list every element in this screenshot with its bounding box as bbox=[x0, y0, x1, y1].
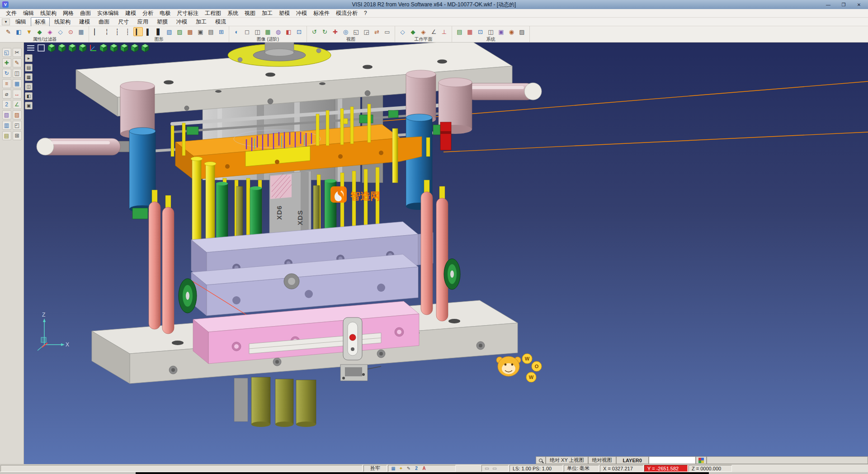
view-window-icon[interactable]: ▭ bbox=[382, 27, 392, 36]
tab-尺寸[interactable]: 尺寸 bbox=[114, 17, 133, 27]
view-axes-icon[interactable] bbox=[89, 43, 98, 52]
micro-switch-block[interactable] bbox=[340, 365, 381, 381]
menu-item-分析[interactable]: 分析 bbox=[139, 9, 156, 18]
view-bottom-icon[interactable] bbox=[120, 43, 129, 52]
system-database-icon[interactable]: ▣ bbox=[496, 27, 506, 36]
locating-ring[interactable] bbox=[228, 43, 331, 66]
color-swatch[interactable] bbox=[649, 456, 696, 464]
notes-tool-icon[interactable]: ▤ bbox=[2, 131, 11, 140]
3d-scene[interactable]: XD6 XDS bbox=[24, 43, 868, 464]
line-style-dot-icon[interactable]: ┆ bbox=[113, 27, 122, 36]
minimize-button[interactable]: — bbox=[821, 1, 835, 8]
workplane-xy-icon[interactable]: ◇ bbox=[398, 27, 407, 36]
palette-tool-icon[interactable]: ▨ bbox=[13, 110, 22, 119]
absolute-view-button[interactable]: 绝对视图 bbox=[588, 456, 616, 464]
layers-icon[interactable]: ▤ bbox=[455, 27, 464, 36]
swap-view-icon[interactable]: ⇄ bbox=[372, 27, 382, 36]
view-front-icon[interactable] bbox=[68, 43, 77, 52]
rotate-left-icon[interactable]: ↺ bbox=[310, 27, 319, 36]
shade-mode-icon[interactable]: ◐ bbox=[232, 27, 241, 36]
array-tool-icon[interactable]: ▦ bbox=[13, 79, 22, 88]
tab-dropdown-button[interactable]: ▼ bbox=[2, 19, 10, 25]
viewport[interactable]: XD6 XDS bbox=[24, 43, 868, 464]
menu-item-尺寸标注[interactable]: 尺寸标注 bbox=[174, 9, 202, 18]
absolute-xy-view-button[interactable]: 绝对 XY 上视图 bbox=[546, 456, 588, 464]
mini-views-icon[interactable]: ▦ bbox=[25, 73, 33, 81]
maximize-button[interactable]: ❐ bbox=[837, 1, 850, 8]
menu-item-视图[interactable]: 视图 bbox=[241, 9, 259, 18]
measure-diameter-icon[interactable]: ⌀ bbox=[2, 90, 11, 99]
workplane-xz-icon[interactable]: ◆ bbox=[408, 27, 418, 36]
support-pillars-bottom[interactable] bbox=[234, 377, 316, 427]
layer-selector[interactable]: LAYER0 bbox=[616, 456, 649, 464]
view-next-icon[interactable]: ◲ bbox=[362, 27, 371, 36]
tab-加工[interactable]: 加工 bbox=[192, 17, 211, 27]
chart-tool-icon[interactable]: ▥ bbox=[2, 121, 11, 130]
stamp-tool-icon[interactable]: ▧ bbox=[2, 110, 11, 119]
view-iso-icon[interactable] bbox=[47, 43, 56, 52]
filter-points-icon[interactable]: ⊙ bbox=[66, 27, 75, 36]
mini-layers-icon[interactable]: ▤ bbox=[25, 64, 33, 71]
tab-应用[interactable]: 应用 bbox=[133, 17, 152, 27]
rotate-tool-icon[interactable]: ↻ bbox=[2, 69, 11, 78]
menu-item-塑模[interactable]: 塑模 bbox=[276, 9, 293, 18]
workplane-normal-icon[interactable]: ⊥ bbox=[439, 27, 449, 36]
view-previous-icon[interactable]: ◱ bbox=[351, 27, 361, 36]
line-style-dashdot-icon[interactable]: ┊ bbox=[123, 27, 132, 36]
view-iso-3-icon[interactable] bbox=[141, 43, 150, 52]
menu-item-电极[interactable]: 电极 bbox=[156, 9, 174, 18]
line-width-2-icon[interactable]: ▌ bbox=[144, 27, 153, 36]
search-button[interactable] bbox=[536, 456, 546, 464]
menu-item-网格[interactable]: 网格 bbox=[60, 9, 77, 18]
filter-solids-icon[interactable]: ◆ bbox=[35, 27, 44, 36]
snap-lock-toggle[interactable]: 拴牢 bbox=[363, 465, 387, 472]
rotate-right-icon[interactable]: ↻ bbox=[320, 27, 330, 36]
menu-item-文件[interactable]: 文件 bbox=[3, 9, 20, 18]
layer-colors-icon[interactable] bbox=[696, 456, 707, 464]
numeric-2-icon[interactable]: 2 bbox=[2, 100, 11, 109]
system-info-icon[interactable]: ◉ bbox=[507, 27, 516, 36]
view-left-icon[interactable] bbox=[99, 43, 108, 52]
mirror-tool-icon[interactable]: ◫ bbox=[13, 69, 22, 78]
menu-item-编辑[interactable]: 编辑 bbox=[20, 9, 37, 18]
guide-pillar-blue-left[interactable] bbox=[129, 128, 156, 213]
menu-item-系统[interactable]: 系统 bbox=[224, 9, 241, 18]
snap-point-icon[interactable]: ✦ bbox=[398, 465, 404, 471]
menu-item-标准件[interactable]: 标准件 bbox=[310, 9, 333, 18]
handle-bar-left[interactable] bbox=[37, 138, 131, 155]
color-hatch-1-icon[interactable]: ▧ bbox=[165, 27, 174, 36]
menu-item-工程图[interactable]: 工程图 bbox=[202, 9, 224, 18]
selection-properties-icon[interactable]: ✎ bbox=[4, 27, 13, 36]
gate-insert[interactable] bbox=[343, 318, 362, 360]
line-style-dash-icon[interactable]: ╎ bbox=[102, 27, 112, 36]
system-settings-icon[interactable]: ◫ bbox=[486, 27, 495, 36]
view-right-icon[interactable] bbox=[78, 43, 87, 52]
dimension-tool-icon[interactable]: ↔ bbox=[13, 90, 22, 99]
menu-item-线架构[interactable]: 线架构 bbox=[37, 9, 60, 18]
filter-wireframe-icon[interactable]: ◇ bbox=[56, 27, 65, 36]
color-hatch-3-icon[interactable]: ▩ bbox=[185, 27, 195, 36]
hidden-line-icon[interactable]: ◫ bbox=[253, 27, 262, 36]
line-style-solid-icon[interactable]: ▏ bbox=[92, 27, 101, 36]
pencil-tool-icon[interactable]: ✎ bbox=[13, 58, 22, 67]
menu-item-加工[interactable]: 加工 bbox=[259, 9, 276, 18]
tab-线架构[interactable]: 线架构 bbox=[50, 17, 75, 27]
zoom-window-icon[interactable]: ◱ bbox=[2, 48, 11, 57]
tab-冲模[interactable]: 冲模 bbox=[172, 17, 191, 27]
font-style-icon[interactable]: A bbox=[421, 465, 427, 471]
image-advanced-icon[interactable]: ⊡ bbox=[294, 27, 304, 36]
view-top-icon[interactable] bbox=[57, 43, 66, 52]
doc-slot-1-icon[interactable]: ▭ bbox=[484, 465, 490, 471]
menu-item-?[interactable]: ? bbox=[361, 9, 370, 17]
view-iso-2-icon[interactable] bbox=[130, 43, 139, 52]
attribute-brush-icon[interactable]: ◧ bbox=[14, 27, 24, 36]
graphics-grid-icon[interactable]: ▤ bbox=[206, 27, 216, 36]
view-blank-icon[interactable] bbox=[37, 43, 46, 52]
edit-pencil-icon[interactable]: ✎ bbox=[406, 465, 412, 471]
angle-tool-icon[interactable]: ∠ bbox=[13, 100, 22, 109]
mini-select-icon[interactable]: ▸ bbox=[25, 54, 33, 62]
filter-elements-icon[interactable]: ▼ bbox=[24, 27, 34, 36]
tab-曲面[interactable]: 曲面 bbox=[94, 17, 113, 27]
transparency-icon[interactable]: ◍ bbox=[274, 27, 283, 36]
workplane-3points-icon[interactable]: ∠ bbox=[429, 27, 439, 36]
